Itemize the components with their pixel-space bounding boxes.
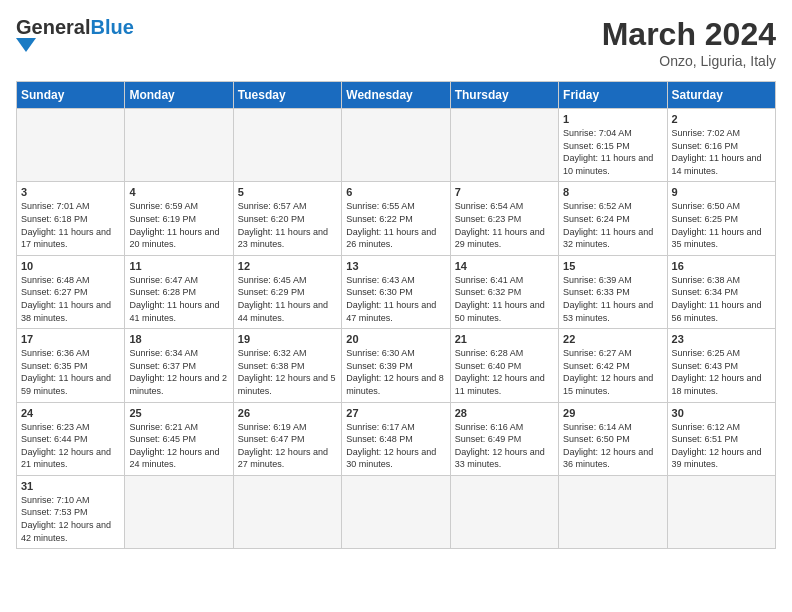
day-info: Sunrise: 6:52 AM Sunset: 6:24 PM Dayligh… (563, 200, 662, 250)
calendar-cell: 29Sunrise: 6:14 AM Sunset: 6:50 PM Dayli… (559, 402, 667, 475)
day-info: Sunrise: 6:59 AM Sunset: 6:19 PM Dayligh… (129, 200, 228, 250)
calendar-cell: 5Sunrise: 6:57 AM Sunset: 6:20 PM Daylig… (233, 182, 341, 255)
day-number: 2 (672, 113, 771, 125)
day-info: Sunrise: 6:32 AM Sunset: 6:38 PM Dayligh… (238, 347, 337, 397)
day-number: 4 (129, 186, 228, 198)
logo-blue-text: Blue (90, 16, 133, 38)
day-info: Sunrise: 6:21 AM Sunset: 6:45 PM Dayligh… (129, 421, 228, 471)
day-number: 3 (21, 186, 120, 198)
calendar-cell: 22Sunrise: 6:27 AM Sunset: 6:42 PM Dayli… (559, 329, 667, 402)
calendar-cell: 21Sunrise: 6:28 AM Sunset: 6:40 PM Dayli… (450, 329, 558, 402)
day-number: 18 (129, 333, 228, 345)
calendar-cell: 28Sunrise: 6:16 AM Sunset: 6:49 PM Dayli… (450, 402, 558, 475)
calendar-cell: 14Sunrise: 6:41 AM Sunset: 6:32 PM Dayli… (450, 255, 558, 328)
calendar-cell: 26Sunrise: 6:19 AM Sunset: 6:47 PM Dayli… (233, 402, 341, 475)
weekday-header: Friday (559, 82, 667, 109)
day-number: 20 (346, 333, 445, 345)
calendar-cell (559, 475, 667, 548)
day-info: Sunrise: 6:28 AM Sunset: 6:40 PM Dayligh… (455, 347, 554, 397)
day-number: 6 (346, 186, 445, 198)
calendar-week-row: 24Sunrise: 6:23 AM Sunset: 6:44 PM Dayli… (17, 402, 776, 475)
day-info: Sunrise: 6:47 AM Sunset: 6:28 PM Dayligh… (129, 274, 228, 324)
calendar-cell (450, 475, 558, 548)
weekday-header: Sunday (17, 82, 125, 109)
day-number: 12 (238, 260, 337, 272)
weekday-header-row: SundayMondayTuesdayWednesdayThursdayFrid… (17, 82, 776, 109)
calendar-cell: 30Sunrise: 6:12 AM Sunset: 6:51 PM Dayli… (667, 402, 775, 475)
day-number: 23 (672, 333, 771, 345)
calendar-week-row: 3Sunrise: 7:01 AM Sunset: 6:18 PM Daylig… (17, 182, 776, 255)
day-number: 13 (346, 260, 445, 272)
day-number: 28 (455, 407, 554, 419)
day-info: Sunrise: 7:02 AM Sunset: 6:16 PM Dayligh… (672, 127, 771, 177)
calendar-cell: 16Sunrise: 6:38 AM Sunset: 6:34 PM Dayli… (667, 255, 775, 328)
month-title: March 2024 (602, 16, 776, 53)
day-number: 22 (563, 333, 662, 345)
calendar-cell: 9Sunrise: 6:50 AM Sunset: 6:25 PM Daylig… (667, 182, 775, 255)
day-number: 29 (563, 407, 662, 419)
day-info: Sunrise: 6:45 AM Sunset: 6:29 PM Dayligh… (238, 274, 337, 324)
calendar-cell: 8Sunrise: 6:52 AM Sunset: 6:24 PM Daylig… (559, 182, 667, 255)
calendar-cell: 7Sunrise: 6:54 AM Sunset: 6:23 PM Daylig… (450, 182, 558, 255)
day-number: 31 (21, 480, 120, 492)
day-number: 27 (346, 407, 445, 419)
calendar-cell (667, 475, 775, 548)
day-info: Sunrise: 6:39 AM Sunset: 6:33 PM Dayligh… (563, 274, 662, 324)
weekday-header: Thursday (450, 82, 558, 109)
calendar-week-row: 17Sunrise: 6:36 AM Sunset: 6:35 PM Dayli… (17, 329, 776, 402)
weekday-header: Wednesday (342, 82, 450, 109)
day-number: 19 (238, 333, 337, 345)
calendar-cell: 10Sunrise: 6:48 AM Sunset: 6:27 PM Dayli… (17, 255, 125, 328)
day-number: 21 (455, 333, 554, 345)
calendar-cell: 15Sunrise: 6:39 AM Sunset: 6:33 PM Dayli… (559, 255, 667, 328)
day-info: Sunrise: 6:12 AM Sunset: 6:51 PM Dayligh… (672, 421, 771, 471)
day-info: Sunrise: 6:27 AM Sunset: 6:42 PM Dayligh… (563, 347, 662, 397)
calendar-cell: 11Sunrise: 6:47 AM Sunset: 6:28 PM Dayli… (125, 255, 233, 328)
calendar-cell: 18Sunrise: 6:34 AM Sunset: 6:37 PM Dayli… (125, 329, 233, 402)
day-info: Sunrise: 6:16 AM Sunset: 6:49 PM Dayligh… (455, 421, 554, 471)
calendar-cell: 17Sunrise: 6:36 AM Sunset: 6:35 PM Dayli… (17, 329, 125, 402)
day-info: Sunrise: 6:25 AM Sunset: 6:43 PM Dayligh… (672, 347, 771, 397)
weekday-header: Saturday (667, 82, 775, 109)
calendar-table: SundayMondayTuesdayWednesdayThursdayFrid… (16, 81, 776, 549)
day-number: 9 (672, 186, 771, 198)
logo-triangle-icon (16, 38, 76, 52)
page-header: GeneralBlue March 2024 Onzo, Liguria, It… (16, 16, 776, 69)
calendar-week-row: 31Sunrise: 7:10 AM Sunset: 7:53 PM Dayli… (17, 475, 776, 548)
calendar-cell (450, 109, 558, 182)
calendar-cell: 12Sunrise: 6:45 AM Sunset: 6:29 PM Dayli… (233, 255, 341, 328)
calendar-cell: 25Sunrise: 6:21 AM Sunset: 6:45 PM Dayli… (125, 402, 233, 475)
day-number: 26 (238, 407, 337, 419)
calendar-cell: 4Sunrise: 6:59 AM Sunset: 6:19 PM Daylig… (125, 182, 233, 255)
day-info: Sunrise: 7:01 AM Sunset: 6:18 PM Dayligh… (21, 200, 120, 250)
calendar-cell: 27Sunrise: 6:17 AM Sunset: 6:48 PM Dayli… (342, 402, 450, 475)
day-info: Sunrise: 6:50 AM Sunset: 6:25 PM Dayligh… (672, 200, 771, 250)
calendar-cell: 1Sunrise: 7:04 AM Sunset: 6:15 PM Daylig… (559, 109, 667, 182)
calendar-cell (233, 109, 341, 182)
day-number: 8 (563, 186, 662, 198)
day-info: Sunrise: 6:14 AM Sunset: 6:50 PM Dayligh… (563, 421, 662, 471)
day-info: Sunrise: 7:04 AM Sunset: 6:15 PM Dayligh… (563, 127, 662, 177)
day-number: 1 (563, 113, 662, 125)
day-info: Sunrise: 7:10 AM Sunset: 7:53 PM Dayligh… (21, 494, 120, 544)
calendar-cell (125, 475, 233, 548)
calendar-cell: 2Sunrise: 7:02 AM Sunset: 6:16 PM Daylig… (667, 109, 775, 182)
calendar-cell (342, 475, 450, 548)
svg-marker-0 (16, 38, 36, 52)
location: Onzo, Liguria, Italy (602, 53, 776, 69)
day-number: 15 (563, 260, 662, 272)
day-info: Sunrise: 6:34 AM Sunset: 6:37 PM Dayligh… (129, 347, 228, 397)
day-number: 10 (21, 260, 120, 272)
calendar-cell: 19Sunrise: 6:32 AM Sunset: 6:38 PM Dayli… (233, 329, 341, 402)
day-info: Sunrise: 6:19 AM Sunset: 6:47 PM Dayligh… (238, 421, 337, 471)
day-number: 16 (672, 260, 771, 272)
calendar-cell: 6Sunrise: 6:55 AM Sunset: 6:22 PM Daylig… (342, 182, 450, 255)
day-number: 24 (21, 407, 120, 419)
day-info: Sunrise: 6:41 AM Sunset: 6:32 PM Dayligh… (455, 274, 554, 324)
day-info: Sunrise: 6:30 AM Sunset: 6:39 PM Dayligh… (346, 347, 445, 397)
calendar-cell (233, 475, 341, 548)
logo: GeneralBlue (16, 16, 138, 52)
day-info: Sunrise: 6:36 AM Sunset: 6:35 PM Dayligh… (21, 347, 120, 397)
weekday-header: Monday (125, 82, 233, 109)
day-info: Sunrise: 6:43 AM Sunset: 6:30 PM Dayligh… (346, 274, 445, 324)
